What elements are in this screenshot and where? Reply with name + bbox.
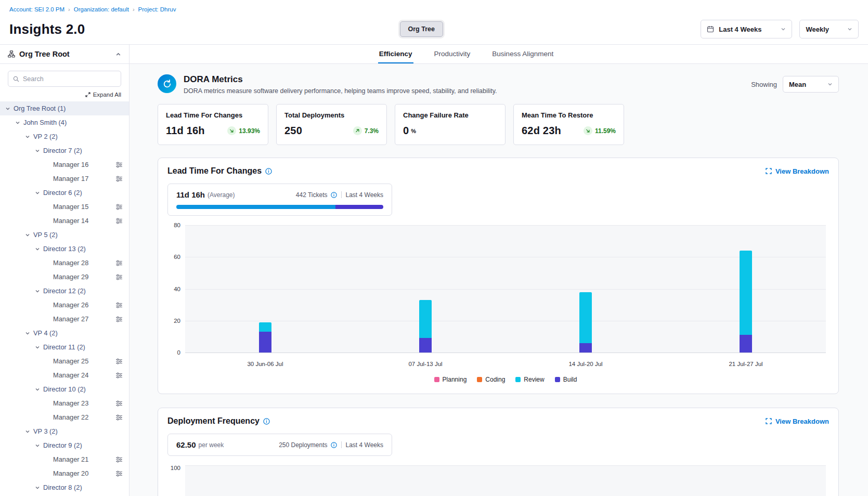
legend-item-coding[interactable]: Coding <box>477 376 505 383</box>
tree-item-vp-2-2[interactable]: VP 2 (2) <box>0 129 129 143</box>
tree-item-manager-23[interactable]: Manager 23 <box>0 396 129 410</box>
breadcrumb-link-organization-default[interactable]: Organization: default <box>74 6 129 12</box>
tree-item-manager-14[interactable]: Manager 14 <box>0 214 129 228</box>
tree-item-manager-17[interactable]: Manager 17 <box>0 172 129 186</box>
tree-item-director-8-2[interactable]: Director 8 (2) <box>0 480 129 494</box>
stacked-bar-21-jul-27-jul[interactable] <box>740 251 752 353</box>
stacked-bar-30-jun-06-jul[interactable] <box>259 322 271 353</box>
tab-business-alignment[interactable]: Business Alignment <box>491 45 554 63</box>
chevron-down-icon[interactable] <box>25 134 33 139</box>
org-tree-icon <box>8 50 15 58</box>
tree-item-manager-25[interactable]: Manager 25 <box>0 354 129 368</box>
info-icon[interactable] <box>331 442 337 448</box>
metric-card-change-failure-rate[interactable]: Change Failure Rate0% <box>395 104 506 145</box>
gridline <box>185 225 826 226</box>
filter-sliders-icon[interactable] <box>115 471 123 477</box>
filter-sliders-icon[interactable] <box>115 176 123 182</box>
tree-item-vp-4-2[interactable]: VP 4 (2) <box>0 326 129 340</box>
legend-label: Coding <box>485 376 505 383</box>
tree-item-manager-15[interactable]: Manager 15 <box>0 200 129 214</box>
tree-item-label: Director 11 (2) <box>43 343 85 351</box>
stacked-bar-07-jul-13-jul[interactable] <box>419 300 432 353</box>
filter-sliders-icon[interactable] <box>115 218 123 224</box>
tree-item-manager-16[interactable]: Manager 16 <box>0 158 129 172</box>
chevron-down-icon[interactable] <box>35 190 43 195</box>
deployment-frequency-view-breakdown-button[interactable]: View Breakdown <box>766 417 829 425</box>
tree-item-org-tree-root-1[interactable]: Org Tree Root (1) <box>0 101 129 115</box>
legend-item-planning[interactable]: Planning <box>434 376 467 383</box>
chevron-down-icon[interactable] <box>35 148 43 153</box>
chevron-down-icon[interactable] <box>35 387 43 392</box>
tree-item-director-9-2[interactable]: Director 9 (2) <box>0 438 129 452</box>
tree-item-manager-27[interactable]: Manager 27 <box>0 312 129 326</box>
chevron-down-icon[interactable] <box>35 443 43 448</box>
metric-card-total-deployments[interactable]: Total Deployments2507.3% <box>276 104 387 145</box>
info-icon[interactable] <box>263 418 270 425</box>
lead-time-view-breakdown-button[interactable]: View Breakdown <box>766 167 829 175</box>
tab-productivity[interactable]: Productivity <box>433 45 472 63</box>
tree-item-manager-22[interactable]: Manager 22 <box>0 410 129 424</box>
granularity-select[interactable]: Weekly <box>799 20 859 38</box>
breadcrumb-link-account-sei-2-0-pm[interactable]: Account: SEI 2.0 PM <box>9 6 64 12</box>
search-box <box>8 71 121 87</box>
filter-sliders-icon[interactable] <box>115 316 123 322</box>
expand-all-button[interactable]: Expand All <box>0 88 129 101</box>
filter-sliders-icon[interactable] <box>115 162 123 168</box>
showing-select[interactable]: Mean <box>783 76 839 93</box>
stacked-bar-14-jul-20-jul[interactable] <box>579 292 592 353</box>
chevron-down-icon[interactable] <box>25 429 33 434</box>
chevron-down-icon[interactable] <box>35 289 43 294</box>
tree-item-manager-24[interactable]: Manager 24 <box>0 368 129 382</box>
tree-item-manager-20[interactable]: Manager 20 <box>0 466 129 480</box>
bar-segment-build <box>579 343 592 353</box>
filter-sliders-icon[interactable] <box>115 400 123 407</box>
legend-label: Review <box>524 376 544 383</box>
chevron-down-icon[interactable] <box>25 232 33 238</box>
date-range-select[interactable]: Last 4 Weeks <box>701 20 792 38</box>
chevron-down-icon[interactable] <box>25 331 33 336</box>
tree-item-john-smith-4[interactable]: John Smith (4) <box>0 115 129 129</box>
tree-item-director-13-2[interactable]: Director 13 (2) <box>0 242 129 256</box>
tree-item-director-11-2[interactable]: Director 11 (2) <box>0 340 129 354</box>
deployment-frequency-summary-card: 62.50 per week 250 Deployments Last 4 We… <box>167 434 392 456</box>
chevron-down-icon[interactable] <box>15 120 23 125</box>
legend-item-build[interactable]: Build <box>555 376 577 383</box>
legend-item-review[interactable]: Review <box>515 376 544 383</box>
filter-sliders-icon[interactable] <box>115 456 123 463</box>
gridline <box>185 353 826 353</box>
tree-item-manager-29[interactable]: Manager 29 <box>0 270 129 284</box>
deployment-frequency-title-text: Deployment Frequency <box>167 416 260 426</box>
info-icon[interactable] <box>265 168 272 175</box>
chevron-down-icon[interactable] <box>35 246 43 252</box>
tree-item-manager-21[interactable]: Manager 21 <box>0 452 129 466</box>
filter-sliders-icon[interactable] <box>115 372 123 378</box>
chevron-down-icon[interactable] <box>35 485 43 490</box>
filter-sliders-icon[interactable] <box>115 204 123 210</box>
tree-item-director-7-2[interactable]: Director 7 (2) <box>0 143 129 158</box>
tree-item-label: VP 3 (2) <box>33 427 58 435</box>
filter-sliders-icon[interactable] <box>115 274 123 280</box>
search-input[interactable] <box>23 75 116 83</box>
tree-item-director-10-2[interactable]: Director 10 (2) <box>0 382 129 396</box>
tree-item-director-6-2[interactable]: Director 6 (2) <box>0 186 129 200</box>
breadcrumb-link-project-dhruv[interactable]: Project: Dhruv <box>138 6 176 12</box>
tree-item-vp-3-2[interactable]: VP 3 (2) <box>0 424 129 438</box>
tree-item-manager-28[interactable]: Manager 28 <box>0 256 129 270</box>
x-axis-label: 07 Jul-13 Jul <box>345 361 506 367</box>
chevron-up-icon[interactable] <box>115 51 121 57</box>
info-icon[interactable] <box>331 192 337 198</box>
search-icon <box>13 76 19 82</box>
tab-efficiency[interactable]: Efficiency <box>378 45 413 63</box>
filter-sliders-icon[interactable] <box>115 260 123 266</box>
org-tree-button[interactable]: Org Tree <box>400 21 443 37</box>
tree-item-vp-5-2[interactable]: VP 5 (2) <box>0 228 129 242</box>
metric-card-lead-time-for-changes[interactable]: Lead Time For Changes11d 16h13.93% <box>158 104 268 145</box>
metric-card-mean-time-to-restore[interactable]: Mean Time To Restore62d 23h11.59% <box>513 104 624 145</box>
filter-sliders-icon[interactable] <box>115 358 123 364</box>
chevron-down-icon[interactable] <box>35 345 43 350</box>
chevron-down-icon[interactable] <box>5 106 14 111</box>
filter-sliders-icon[interactable] <box>115 414 123 421</box>
filter-sliders-icon[interactable] <box>115 302 123 308</box>
tree-item-manager-26[interactable]: Manager 26 <box>0 298 129 312</box>
tree-item-director-12-2[interactable]: Director 12 (2) <box>0 284 129 298</box>
